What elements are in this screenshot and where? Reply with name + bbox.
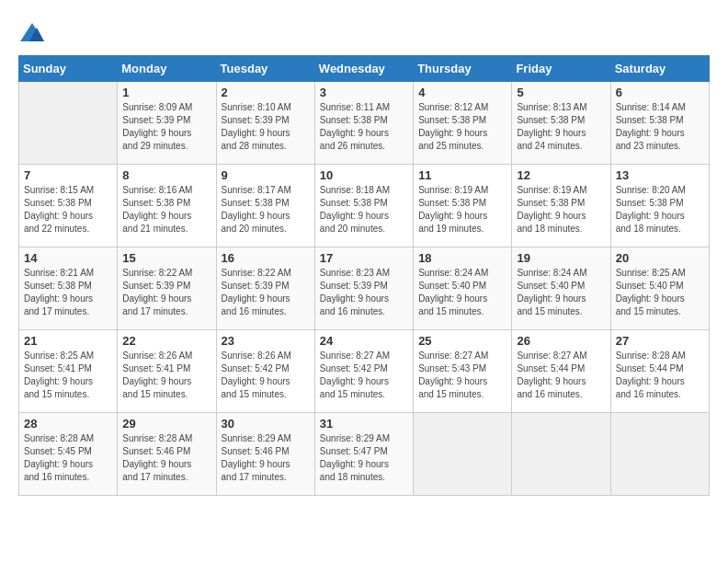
day-info: Sunrise: 8:27 AM Sunset: 5:43 PM Dayligh… (418, 350, 506, 401)
calendar-cell: 7Sunrise: 8:15 AM Sunset: 5:38 PM Daylig… (19, 165, 118, 247)
day-of-week-header: Friday (512, 56, 610, 82)
day-number: 11 (418, 168, 506, 182)
calendar-cell: 11Sunrise: 8:19 AM Sunset: 5:38 PM Dayli… (414, 165, 512, 247)
day-number: 4 (418, 86, 506, 99)
day-number: 2 (222, 86, 310, 99)
day-number: 23 (222, 334, 310, 348)
day-number: 18 (418, 251, 506, 265)
day-number: 13 (616, 168, 704, 182)
calendar-cell: 17Sunrise: 8:23 AM Sunset: 5:39 PM Dayli… (314, 247, 413, 330)
page-header (18, 18, 710, 46)
calendar-cell (610, 413, 709, 496)
day-info: Sunrise: 8:22 AM Sunset: 5:39 PM Dayligh… (222, 267, 310, 318)
logo (18, 18, 50, 46)
day-info: Sunrise: 8:19 AM Sunset: 5:38 PM Dayligh… (517, 184, 605, 236)
day-number: 21 (24, 334, 112, 348)
day-number: 10 (320, 168, 408, 182)
day-number: 28 (24, 417, 112, 431)
calendar-cell: 27Sunrise: 8:28 AM Sunset: 5:44 PM Dayli… (610, 330, 709, 413)
calendar-cell: 5Sunrise: 8:13 AM Sunset: 5:38 PM Daylig… (512, 82, 610, 165)
day-of-week-header: Thursday (414, 56, 512, 82)
calendar-cell: 1Sunrise: 8:09 AM Sunset: 5:39 PM Daylig… (118, 82, 216, 165)
calendar-week-row: 14Sunrise: 8:21 AM Sunset: 5:38 PM Dayli… (19, 247, 710, 330)
calendar-cell: 13Sunrise: 8:20 AM Sunset: 5:38 PM Dayli… (610, 165, 709, 247)
day-number: 14 (24, 251, 112, 265)
calendar-cell: 3Sunrise: 8:11 AM Sunset: 5:38 PM Daylig… (314, 82, 413, 165)
day-number: 24 (320, 334, 408, 348)
day-info: Sunrise: 8:28 AM Sunset: 5:45 PM Dayligh… (24, 432, 112, 484)
day-info: Sunrise: 8:27 AM Sunset: 5:42 PM Dayligh… (320, 350, 408, 401)
calendar-week-row: 7Sunrise: 8:15 AM Sunset: 5:38 PM Daylig… (19, 165, 710, 247)
day-number: 22 (122, 334, 210, 348)
calendar-cell: 25Sunrise: 8:27 AM Sunset: 5:43 PM Dayli… (414, 330, 512, 413)
day-number: 12 (517, 168, 605, 182)
day-number: 3 (320, 86, 408, 99)
calendar-week-row: 28Sunrise: 8:28 AM Sunset: 5:45 PM Dayli… (19, 413, 710, 496)
day-number: 8 (122, 168, 210, 182)
calendar-cell: 8Sunrise: 8:16 AM Sunset: 5:38 PM Daylig… (118, 165, 216, 247)
day-info: Sunrise: 8:29 AM Sunset: 5:46 PM Dayligh… (222, 432, 310, 484)
day-number: 5 (517, 86, 605, 99)
day-info: Sunrise: 8:12 AM Sunset: 5:38 PM Dayligh… (418, 101, 506, 153)
day-number: 16 (222, 251, 310, 265)
day-info: Sunrise: 8:28 AM Sunset: 5:44 PM Dayligh… (616, 350, 704, 401)
calendar-week-row: 1Sunrise: 8:09 AM Sunset: 5:39 PM Daylig… (19, 82, 710, 165)
day-info: Sunrise: 8:25 AM Sunset: 5:40 PM Dayligh… (616, 267, 704, 318)
day-info: Sunrise: 8:24 AM Sunset: 5:40 PM Dayligh… (517, 267, 605, 318)
day-of-week-header: Sunday (19, 56, 118, 82)
day-info: Sunrise: 8:18 AM Sunset: 5:38 PM Dayligh… (320, 184, 408, 236)
day-number: 17 (320, 251, 408, 265)
calendar-header-row: SundayMondayTuesdayWednesdayThursdayFrid… (19, 56, 710, 82)
day-number: 20 (616, 251, 704, 265)
day-info: Sunrise: 8:17 AM Sunset: 5:38 PM Dayligh… (222, 184, 310, 236)
calendar-cell: 4Sunrise: 8:12 AM Sunset: 5:38 PM Daylig… (414, 82, 512, 165)
day-number: 29 (122, 417, 210, 431)
day-number: 25 (418, 334, 506, 348)
calendar-cell: 9Sunrise: 8:17 AM Sunset: 5:38 PM Daylig… (216, 165, 314, 247)
calendar-cell: 21Sunrise: 8:25 AM Sunset: 5:41 PM Dayli… (19, 330, 118, 413)
calendar-cell: 12Sunrise: 8:19 AM Sunset: 5:38 PM Dayli… (512, 165, 610, 247)
day-info: Sunrise: 8:16 AM Sunset: 5:38 PM Dayligh… (122, 184, 210, 236)
day-number: 19 (517, 251, 605, 265)
calendar-cell: 6Sunrise: 8:14 AM Sunset: 5:38 PM Daylig… (610, 82, 709, 165)
day-of-week-header: Monday (118, 56, 216, 82)
day-info: Sunrise: 8:28 AM Sunset: 5:46 PM Dayligh… (122, 432, 210, 484)
day-info: Sunrise: 8:15 AM Sunset: 5:38 PM Dayligh… (24, 184, 112, 236)
day-number: 30 (222, 417, 310, 431)
calendar-cell: 14Sunrise: 8:21 AM Sunset: 5:38 PM Dayli… (19, 247, 118, 330)
day-info: Sunrise: 8:25 AM Sunset: 5:41 PM Dayligh… (24, 350, 112, 401)
calendar-cell (512, 413, 610, 496)
day-info: Sunrise: 8:21 AM Sunset: 5:38 PM Dayligh… (24, 267, 112, 318)
calendar-table: SundayMondayTuesdayWednesdayThursdayFrid… (18, 55, 710, 496)
calendar-cell (414, 413, 512, 496)
day-info: Sunrise: 8:24 AM Sunset: 5:40 PM Dayligh… (418, 267, 506, 318)
calendar-cell: 10Sunrise: 8:18 AM Sunset: 5:38 PM Dayli… (314, 165, 413, 247)
day-number: 27 (616, 334, 704, 348)
calendar-cell: 20Sunrise: 8:25 AM Sunset: 5:40 PM Dayli… (610, 247, 709, 330)
day-number: 26 (517, 334, 605, 348)
day-number: 6 (616, 86, 704, 99)
calendar-cell: 28Sunrise: 8:28 AM Sunset: 5:45 PM Dayli… (19, 413, 118, 496)
day-number: 7 (24, 168, 112, 182)
day-info: Sunrise: 8:27 AM Sunset: 5:44 PM Dayligh… (517, 350, 605, 401)
calendar-cell: 23Sunrise: 8:26 AM Sunset: 5:42 PM Dayli… (216, 330, 314, 413)
day-number: 31 (320, 417, 408, 431)
calendar-cell: 26Sunrise: 8:27 AM Sunset: 5:44 PM Dayli… (512, 330, 610, 413)
calendar-cell: 19Sunrise: 8:24 AM Sunset: 5:40 PM Dayli… (512, 247, 610, 330)
calendar-week-row: 21Sunrise: 8:25 AM Sunset: 5:41 PM Dayli… (19, 330, 710, 413)
calendar-cell: 2Sunrise: 8:10 AM Sunset: 5:39 PM Daylig… (216, 82, 314, 165)
calendar-cell: 16Sunrise: 8:22 AM Sunset: 5:39 PM Dayli… (216, 247, 314, 330)
calendar-cell: 24Sunrise: 8:27 AM Sunset: 5:42 PM Dayli… (314, 330, 413, 413)
calendar-cell: 18Sunrise: 8:24 AM Sunset: 5:40 PM Dayli… (414, 247, 512, 330)
day-of-week-header: Saturday (610, 56, 709, 82)
logo-icon (18, 18, 46, 46)
day-info: Sunrise: 8:26 AM Sunset: 5:42 PM Dayligh… (222, 350, 310, 401)
calendar-cell (19, 82, 118, 165)
day-info: Sunrise: 8:10 AM Sunset: 5:39 PM Dayligh… (222, 101, 310, 153)
calendar-cell: 31Sunrise: 8:29 AM Sunset: 5:47 PM Dayli… (314, 413, 413, 496)
day-info: Sunrise: 8:23 AM Sunset: 5:39 PM Dayligh… (320, 267, 408, 318)
day-of-week-header: Wednesday (314, 56, 413, 82)
calendar-cell: 30Sunrise: 8:29 AM Sunset: 5:46 PM Dayli… (216, 413, 314, 496)
day-info: Sunrise: 8:20 AM Sunset: 5:38 PM Dayligh… (616, 184, 704, 236)
day-number: 1 (122, 86, 210, 99)
